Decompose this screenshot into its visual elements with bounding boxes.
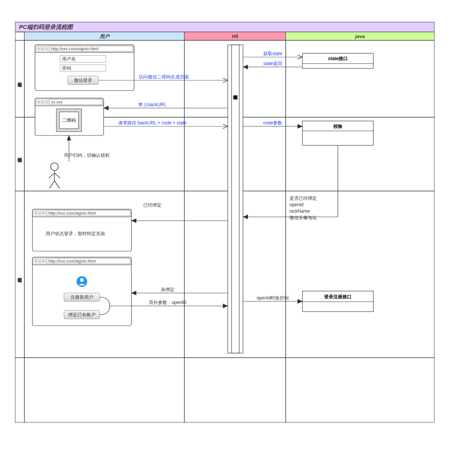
java-verify-box: 校验 bbox=[302, 121, 373, 145]
svg-text:密码: 密码 bbox=[62, 65, 71, 71]
browser-status: http://xxx.com/signIn.html 用户状态登录，暂时特定页面 bbox=[32, 209, 131, 251]
row-label-3: 验证结果页面 bbox=[18, 278, 22, 283]
svg-text:是否已经绑定: 是否已经绑定 bbox=[289, 196, 317, 201]
svg-text:已经绑定: 已经绑定 bbox=[143, 202, 162, 208]
svg-rect-21 bbox=[232, 45, 239, 353]
svg-text:用户状态登录，暂时特定页面: 用户状态登录，暂时特定页面 bbox=[46, 231, 105, 236]
svg-text:nickName: nickName bbox=[289, 209, 310, 214]
svg-rect-19 bbox=[184, 358, 286, 422]
row-label-1: 发起微信登录 bbox=[18, 82, 22, 87]
svg-point-74 bbox=[80, 278, 84, 282]
svg-point-47 bbox=[45, 101, 48, 103]
row-label-2: 微信扫码验证 bbox=[18, 158, 22, 162]
svg-point-61 bbox=[35, 212, 37, 214]
svg-rect-0 bbox=[15, 22, 434, 32]
svg-point-71 bbox=[43, 260, 45, 262]
svg-point-46 bbox=[42, 101, 44, 103]
svg-rect-20 bbox=[286, 358, 434, 422]
svg-text:二维码: 二维码 bbox=[62, 118, 76, 123]
browser-register: http://xxx.com/signIn.html 注册新用户 绑定已有账户 bbox=[32, 257, 131, 326]
diagram-title: PC端扫码登录流程图 bbox=[19, 24, 74, 30]
svg-line-55 bbox=[49, 173, 54, 178]
svg-line-56 bbox=[54, 173, 60, 178]
scan-note: 用户扫码，切确认授权 bbox=[64, 153, 110, 158]
lane-h5-header: H5 bbox=[232, 33, 238, 39]
browser-signin: http://xxx.com/signIn.html 用户名 密码 微信登录 bbox=[35, 45, 134, 91]
svg-text:openId时效控制: openId时效控制 bbox=[257, 295, 289, 301]
svg-text:code参数: code参数 bbox=[263, 120, 282, 126]
svg-text:校验: 校验 bbox=[333, 124, 343, 129]
svg-text:用户名: 用户名 bbox=[62, 56, 76, 62]
svg-text:访问微信二维码生成页面: 访问微信二维码生成页面 bbox=[139, 74, 189, 80]
svg-point-33 bbox=[38, 48, 40, 50]
svg-text:而外参数：openID: 而外参数：openID bbox=[149, 300, 187, 305]
svg-point-45 bbox=[38, 101, 40, 103]
java-login-box: 登录注册接口 bbox=[302, 291, 373, 312]
svg-line-58 bbox=[54, 181, 59, 188]
svg-point-63 bbox=[43, 212, 45, 214]
svg-rect-17 bbox=[15, 358, 24, 422]
svg-point-34 bbox=[42, 48, 44, 50]
lane-java-header: java bbox=[354, 33, 365, 39]
svg-text:http://xxx.com/signIn.html: http://xxx.com/signIn.html bbox=[48, 259, 96, 263]
svg-rect-8 bbox=[286, 40, 434, 117]
svg-point-35 bbox=[45, 48, 48, 50]
svg-text:请求路径 backURL + code + state: 请求路径 backURL + code + state bbox=[118, 120, 187, 126]
svg-rect-1 bbox=[15, 32, 24, 40]
svg-text:未绑定: 未绑定 bbox=[161, 287, 174, 292]
svg-point-69 bbox=[35, 260, 37, 262]
svg-rect-5 bbox=[15, 40, 24, 117]
svg-text:微信登录: 微信登录 bbox=[74, 78, 92, 83]
svg-text:带上backURL: 带上backURL bbox=[138, 102, 166, 107]
svg-text:http://xxx.com/signIn.html: http://xxx.com/signIn.html bbox=[48, 211, 96, 215]
java-state-box: state接口 bbox=[302, 53, 373, 68]
svg-text:注册新用户: 注册新用户 bbox=[70, 295, 93, 300]
svg-rect-9 bbox=[15, 117, 24, 191]
svg-point-53 bbox=[51, 163, 58, 170]
svg-point-70 bbox=[39, 260, 41, 262]
svg-text:绑定已有账户: 绑定已有账户 bbox=[68, 312, 96, 317]
svg-text:state接口: state接口 bbox=[328, 56, 348, 61]
lane-user-header: 用户 bbox=[99, 33, 110, 39]
svg-text:获取state: 获取state bbox=[263, 51, 282, 56]
svg-point-62 bbox=[39, 212, 41, 214]
svg-text:http://xxx.com/signIn.html: http://xxx.com/signIn.html bbox=[51, 46, 98, 51]
svg-rect-18 bbox=[24, 358, 184, 422]
user-stick-figure bbox=[49, 163, 60, 188]
flowchart-diagram: PC端扫码登录流程图 用户 H5 java 发起微信登录 微信扫码验证 验证结果… bbox=[0, 0, 451, 476]
svg-rect-13 bbox=[15, 191, 24, 358]
svg-line-57 bbox=[50, 181, 54, 188]
browser-qr: xx.xxx 二维码 bbox=[35, 98, 104, 135]
svg-text:xx.xxx: xx.xxx bbox=[51, 100, 63, 104]
svg-text:openId: openId bbox=[289, 202, 304, 207]
svg-text:登录注册接口: 登录注册接口 bbox=[324, 294, 352, 299]
svg-text:state返回: state返回 bbox=[263, 61, 282, 66]
svg-text:微信头像地址: 微信头像地址 bbox=[289, 215, 317, 220]
